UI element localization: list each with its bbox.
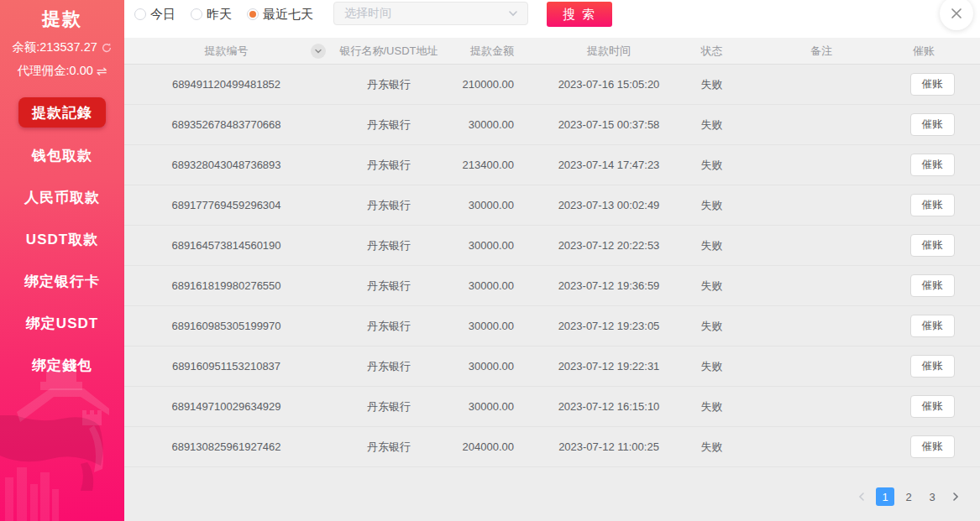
cell-action: 催账 — [884, 395, 980, 418]
cell-withdraw-id: 689177769459296304 — [124, 199, 322, 211]
cell-amount: 204000.00 — [456, 440, 527, 453]
sidebar-item[interactable]: 绑定USDT — [0, 302, 124, 344]
prev-page-icon[interactable] — [852, 487, 871, 506]
cell-amount: 210000.00 — [456, 78, 527, 91]
cell-time: 2023-07-12 19:23:05 — [527, 320, 679, 332]
sidebar-item[interactable]: 钱包取款 — [0, 134, 124, 176]
sidebar-item-withdraw-records[interactable]: 提款記錄 — [18, 97, 106, 128]
column-filter-chevron-icon[interactable] — [311, 44, 326, 59]
withdrawal-app: 提款 余额:213537.27 代理佣金:0.00 ⇌ 提款記錄 钱包取款 人民… — [0, 0, 980, 521]
table-row: 689160985305199970 丹东银行 30000.00 2023-07… — [124, 306, 980, 346]
sidebar-item[interactable]: 绑定银行卡 — [0, 260, 124, 302]
header-status: 状态 — [679, 44, 758, 59]
table-header: 提款编号 银行名称/USDT地址 提款金额 提款时间 状态 备注 催账 — [124, 38, 980, 65]
pagination: 1 2 3 — [852, 487, 965, 506]
cell-time: 2023-07-12 16:15:10 — [527, 400, 679, 413]
cell-withdraw-id: 689160951153210837 — [124, 360, 322, 373]
search-button[interactable]: 搜 索 — [547, 2, 612, 27]
radio-label: 今日 — [150, 7, 176, 23]
cell-bank: 丹东银行 — [322, 359, 456, 374]
cell-bank: 丹东银行 — [322, 399, 456, 414]
urge-payment-button[interactable]: 催账 — [910, 435, 955, 458]
cell-status: 失败 — [679, 319, 758, 334]
cell-amount: 30000.00 — [456, 400, 527, 413]
urge-payment-button[interactable]: 催账 — [910, 355, 955, 378]
date-range-radio[interactable]: 今日 — [134, 7, 176, 23]
table-row: 689328043048736893 丹东银行 213400.00 2023-0… — [124, 145, 980, 185]
cell-status: 失败 — [679, 238, 758, 253]
cell-status: 失败 — [679, 77, 758, 92]
cell-amount: 30000.00 — [456, 199, 527, 211]
cell-time: 2023-07-13 00:02:49 — [527, 199, 679, 211]
cell-withdraw-id: 689130825961927462 — [124, 440, 322, 453]
cell-amount: 213400.00 — [456, 159, 527, 171]
sidebar-item[interactable]: 人民币取款 — [0, 176, 124, 218]
table-row: 689161819980276550 丹东银行 30000.00 2023-07… — [124, 266, 980, 306]
cell-amount: 30000.00 — [456, 118, 527, 131]
cell-action: 催账 — [884, 73, 980, 96]
date-select-placeholder: 选择时间 — [344, 6, 391, 21]
cell-withdraw-id: 689161819980276550 — [124, 279, 322, 292]
refresh-balance-icon[interactable] — [101, 42, 113, 54]
page-number-button[interactable]: 2 — [899, 487, 918, 506]
cell-bank: 丹东银行 — [322, 198, 456, 213]
table-row: 689149710029634929 丹东银行 30000.00 2023-07… — [124, 387, 980, 427]
balance-row: 余额:213537.27 — [0, 39, 124, 55]
urge-payment-button[interactable]: 催账 — [910, 113, 955, 136]
cell-bank: 丹东银行 — [322, 440, 456, 455]
cell-bank: 丹东银行 — [322, 158, 456, 173]
cell-amount: 30000.00 — [456, 279, 527, 292]
filter-bar: 今日 昨天 最近七天 选择时间 — [124, 0, 980, 38]
radio-label: 昨天 — [207, 7, 232, 23]
radio-circle-icon — [247, 8, 259, 20]
cell-action: 催账 — [884, 274, 980, 297]
commission-label: 代理佣金:0.00 — [18, 63, 93, 79]
cell-action: 催账 — [884, 435, 980, 458]
date-range-radio[interactable]: 昨天 — [191, 7, 232, 23]
cell-time: 2023-07-12 19:36:59 — [527, 279, 679, 292]
date-range-radio[interactable]: 最近七天 — [247, 7, 313, 23]
cell-status: 失败 — [679, 117, 758, 133]
urge-payment-button[interactable]: 催账 — [910, 73, 955, 96]
cell-bank: 丹东银行 — [322, 117, 456, 133]
table-row: 689491120499481852 丹东银行 210000.00 2023-0… — [124, 65, 980, 105]
next-page-icon[interactable] — [946, 487, 965, 506]
urge-payment-button[interactable]: 催账 — [910, 315, 955, 337]
cell-bank: 丹东银行 — [322, 319, 456, 334]
cell-action: 催账 — [884, 194, 980, 216]
sidebar-item[interactable]: USDT取款 — [0, 218, 124, 260]
cell-status: 失败 — [679, 279, 758, 294]
cell-bank: 丹东银行 — [322, 77, 456, 92]
close-button[interactable] — [940, 0, 973, 30]
table-row: 689164573814560190 丹东银行 30000.00 2023-07… — [124, 226, 980, 266]
cell-status: 失败 — [679, 359, 758, 374]
cell-action: 催账 — [884, 154, 980, 176]
main-panel: 今日 昨天 最近七天 选择时间 — [124, 0, 980, 521]
page-number-button[interactable]: 1 — [876, 487, 894, 506]
urge-payment-button[interactable]: 催账 — [910, 234, 955, 257]
urge-payment-button[interactable]: 催账 — [910, 194, 955, 216]
header-amount: 提款金额 — [456, 44, 527, 59]
cell-time: 2023-07-15 00:37:58 — [527, 118, 679, 131]
date-select[interactable]: 选择时间 — [333, 2, 528, 25]
radio-circle-icon — [134, 8, 146, 20]
close-icon — [949, 6, 964, 21]
exchange-icon[interactable]: ⇌ — [97, 64, 107, 79]
cell-action: 催账 — [884, 113, 980, 136]
urge-payment-button[interactable]: 催账 — [910, 154, 955, 176]
table-body: 689491120499481852 丹东银行 210000.00 2023-0… — [124, 65, 980, 467]
sidebar-item[interactable]: 绑定錢包 — [0, 344, 124, 386]
urge-payment-button[interactable]: 催账 — [910, 395, 955, 418]
cell-withdraw-id: 689149710029634929 — [124, 400, 322, 413]
page-number-button[interactable]: 3 — [923, 487, 941, 506]
chevron-down-icon — [507, 8, 519, 19]
cell-action: 催账 — [884, 315, 980, 337]
table-row: 689130825961927462 丹东银行 204000.00 2023-0… — [124, 427, 980, 467]
header-action: 催账 — [884, 44, 980, 59]
header-time: 提款时间 — [527, 44, 679, 59]
header-withdraw-id: 提款编号 — [124, 44, 322, 59]
urge-payment-button[interactable]: 催账 — [910, 274, 955, 297]
cell-time: 2023-07-12 20:22:53 — [527, 239, 679, 252]
balance-label: 余额:213537.27 — [12, 39, 97, 55]
table-row: 689160951153210837 丹东银行 30000.00 2023-07… — [124, 346, 980, 387]
